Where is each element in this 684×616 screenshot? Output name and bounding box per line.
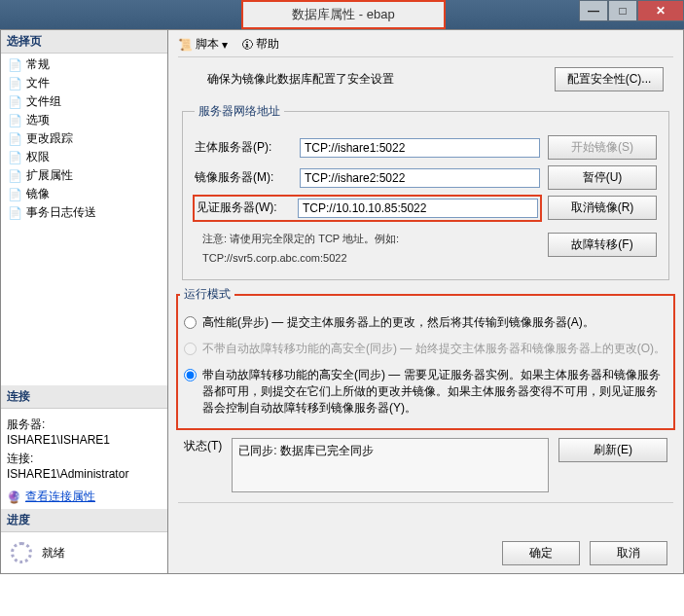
view-connection-props-link[interactable]: 查看连接属性 [25, 489, 95, 505]
server-value: ISHARE1\ISHARE1 [7, 433, 162, 447]
server-network-group: 服务器网络地址 主体服务器(P): 开始镜像(S) 镜像服务器(M): 暂停(U… [182, 103, 669, 280]
select-page-header: 选择页 [1, 30, 167, 54]
sidebar-item-options[interactable]: 📄选项 [1, 111, 167, 129]
failover-button[interactable]: 故障转移(F) [548, 233, 657, 257]
high-perf-label: 高性能(异步) — 提交主体服务器上的更改，然后将其传输到镜像服务器(A)。 [202, 314, 594, 331]
sidebar-item-logshipping[interactable]: 📄事务日志传送 [1, 203, 167, 222]
close-button[interactable]: ✕ [637, 0, 684, 21]
sidebar-item-label: 文件组 [26, 93, 61, 110]
start-mirroring-button: 开始镜像(S) [548, 135, 657, 160]
high-perf-radio[interactable] [184, 316, 197, 329]
pause-button[interactable]: 暂停(U) [548, 165, 657, 190]
server-network-legend: 服务器网络地址 [195, 103, 284, 120]
page-icon: 📄 [7, 57, 22, 73]
run-mode-legend: 运行模式 [180, 286, 234, 303]
sidebar-item-label: 文件 [26, 75, 50, 91]
page-icon: 📄 [7, 168, 22, 184]
refresh-button[interactable]: 刷新(E) [558, 438, 667, 462]
window-title-highlight: 数据库属性 - ebap [241, 0, 446, 29]
connection-label: 连接: [7, 451, 162, 467]
ok-button[interactable]: 确定 [502, 541, 580, 565]
script-dropdown[interactable]: 📜脚本 ▾ [178, 36, 228, 53]
run-mode-group: 运行模式 高性能(异步) — 提交主体服务器上的更改，然后将其传输到镜像服务器(… [176, 286, 675, 430]
progress-status: 就绪 [42, 545, 65, 562]
title-bar: 数据库属性 - ebap — □ ✕ [0, 0, 684, 29]
status-box: 已同步: 数据库已完全同步 [232, 438, 549, 492]
page-icon: 📄 [7, 205, 22, 221]
maximize-button[interactable]: □ [608, 0, 637, 21]
configure-security-button[interactable]: 配置安全性(C)... [555, 67, 664, 91]
high-safety-nofo-radio [184, 343, 197, 355]
status-value: 已同步: 数据库已完全同步 [238, 444, 374, 457]
page-icon: 📄 [7, 94, 22, 110]
sidebar-item-label: 镜像 [26, 186, 50, 202]
sidebar-item-general[interactable]: 📄常规 [1, 55, 167, 74]
status-label: 状态(T) [184, 438, 222, 454]
sidebar-item-filegroups[interactable]: 📄文件组 [1, 92, 167, 111]
sidebar-item-label: 权限 [26, 149, 50, 165]
window-title: 数据库属性 - ebap [292, 6, 394, 23]
help-button[interactable]: 🛈帮助 [241, 36, 279, 53]
page-icon: 📄 [7, 113, 22, 128]
mirror-label: 镜像服务器(M): [195, 169, 292, 186]
help-icon: 🛈 [241, 38, 253, 52]
tcp-note-2: TCP://svr5.corp.abc.com:5022 [202, 252, 540, 264]
sidebar-item-label: 选项 [26, 112, 50, 128]
witness-label: 见证服务器(W): [197, 199, 290, 216]
sidebar-item-mirroring[interactable]: 📄镜像 [1, 185, 167, 203]
server-label: 服务器: [7, 417, 162, 433]
config-security-message: 确保为镜像此数据库配置了安全设置 [207, 71, 394, 88]
sidebar-item-extendedprops[interactable]: 📄扩展属性 [1, 166, 167, 185]
script-icon: 📜 [178, 38, 193, 52]
script-label: 脚本 [196, 36, 219, 53]
page-icon: 📄 [7, 76, 22, 91]
mirror-input[interactable] [300, 168, 540, 188]
principal-label: 主体服务器(P): [195, 139, 292, 156]
high-safety-autofo-radio[interactable] [184, 369, 197, 381]
page-icon: 📄 [7, 131, 22, 147]
content-pane: 📜脚本 ▾ 🛈帮助 确保为镜像此数据库配置了安全设置 配置安全性(C)... 服… [168, 30, 683, 573]
sidebar-item-changetracking[interactable]: 📄更改跟踪 [1, 129, 167, 148]
sidebar-item-files[interactable]: 📄文件 [1, 74, 167, 92]
connection-props-icon: 🔮 [7, 490, 21, 504]
high-safety-autofo-label: 带自动故障转移功能的高安全(同步) — 需要见证服务器实例。如果主体服务器和镜像… [202, 367, 667, 417]
connection-value: ISHARE1\Administrator [7, 467, 162, 481]
page-icon: 📄 [7, 150, 22, 165]
progress-header: 进度 [1, 509, 167, 532]
connection-header: 连接 [1, 385, 167, 409]
sidebar-item-label: 更改跟踪 [26, 130, 73, 147]
sidebar-item-label: 事务日志传送 [26, 204, 96, 221]
cancel-button[interactable]: 取消 [590, 541, 667, 565]
minimize-button[interactable]: — [579, 0, 608, 21]
sidebar-item-label: 常规 [26, 56, 50, 73]
sidebar-item-label: 扩展属性 [26, 167, 73, 184]
help-label: 帮助 [256, 36, 279, 53]
remove-mirroring-button[interactable]: 取消镜像(R) [548, 196, 657, 220]
principal-input[interactable] [300, 138, 540, 158]
sidebar: 选择页 📄常规 📄文件 📄文件组 📄选项 📄更改跟踪 📄权限 📄扩展属性 📄镜像… [1, 30, 168, 573]
chevron-down-icon: ▾ [222, 38, 228, 52]
progress-spinner-icon [11, 542, 32, 563]
page-icon: 📄 [7, 187, 22, 202]
witness-input[interactable] [298, 199, 538, 218]
high-safety-nofo-label: 不带自动故障转移功能的高安全(同步) — 始终提交主体服务器和镜像服务器上的更改… [202, 341, 666, 357]
sidebar-item-permissions[interactable]: 📄权限 [1, 148, 167, 166]
tcp-note-1: 注意: 请使用完全限定的 TCP 地址。例如: [202, 232, 540, 246]
